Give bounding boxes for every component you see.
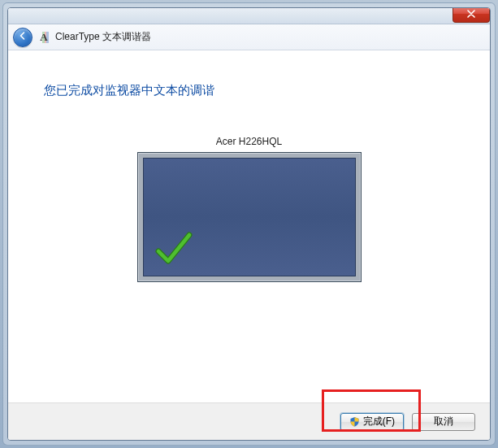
window-chrome: A ClearType 文本调谐器 您已完成对监视器中文本的调谐 Acer H2… [2, 2, 496, 446]
header-title: ClearType 文本调谐器 [55, 30, 151, 44]
shield-icon [349, 416, 360, 427]
titlebar [8, 8, 490, 24]
content-area: 您已完成对监视器中文本的调谐 Acer H226HQL [8, 50, 490, 402]
monitor-frame [137, 152, 362, 282]
monitor-screen [143, 158, 356, 276]
monitor-name-label: Acer H226HQL [44, 136, 454, 147]
arrow-left-icon [18, 31, 28, 43]
cancel-button-label: 取消 [434, 415, 453, 428]
page-heading: 您已完成对监视器中文本的调谐 [44, 83, 454, 98]
finish-button-label: 完成(F) [363, 415, 395, 428]
header-bar: A ClearType 文本调谐器 [8, 24, 490, 50]
monitor-block: Acer H226HQL [44, 136, 454, 282]
close-icon [467, 9, 475, 20]
app-icon: A [37, 31, 50, 44]
cancel-button[interactable]: 取消 [412, 413, 475, 431]
footer-bar: 完成(F) 取消 [8, 402, 490, 440]
checkmark-icon [154, 227, 194, 267]
finish-button[interactable]: 完成(F) [340, 413, 404, 431]
dialog-window: A ClearType 文本调谐器 您已完成对监视器中文本的调谐 Acer H2… [7, 7, 491, 441]
back-button[interactable] [13, 28, 32, 47]
close-button[interactable] [453, 7, 490, 23]
